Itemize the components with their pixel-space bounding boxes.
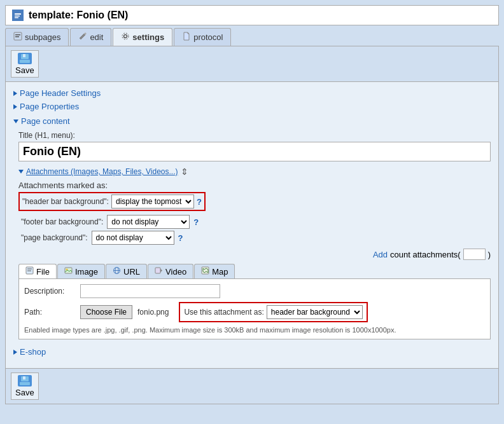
svg-rect-12 — [20, 60, 30, 63]
hint-text: Enabled image types are .jpg, .gif, .png… — [24, 326, 485, 334]
main-content: Save Page Header Settings Page Propertie… — [5, 46, 499, 404]
att-label-footer: "footer bar background": — [21, 217, 103, 226]
eshop-label: E-shop — [20, 347, 46, 357]
triangle-right-icon — [13, 91, 17, 96]
page-wrapper: template: Fonio (EN) subpages edit setti… — [0, 0, 504, 424]
url-tab-icon — [113, 266, 121, 277]
attachment-tabs: File Image URL — [18, 264, 491, 279]
att-tab-url-label: URL — [123, 267, 140, 277]
att-tab-image[interactable]: Image — [57, 264, 105, 278]
choose-file-button[interactable]: Choose File — [80, 305, 132, 319]
att-tab-file-label: File — [36, 267, 50, 277]
help-icon-footer[interactable]: ? — [193, 217, 199, 227]
tab-settings[interactable]: settings — [113, 28, 172, 46]
page-content-label: Page content — [21, 116, 70, 126]
use-as-label: Use this attachment as: — [184, 308, 263, 317]
section-page-properties[interactable]: Page Properties — [13, 100, 491, 113]
footer-bg-select[interactable]: do not display display the topmost displ… — [107, 215, 190, 229]
att-tab-map-label: Map — [212, 267, 228, 277]
svg-marker-22 — [160, 269, 162, 273]
help-icon-header[interactable]: ? — [197, 197, 202, 207]
edit-icon — [78, 32, 87, 43]
tab-protocol-label: protocol — [193, 32, 223, 42]
tab-edit-label: edit — [90, 32, 103, 42]
svg-rect-6 — [15, 36, 19, 38]
svg-rect-2 — [15, 16, 20, 17]
section-page-content: Page content Title (H1, menu): Attachmen… — [13, 115, 491, 339]
triangle-down-icon — [13, 120, 18, 123]
add-link[interactable]: Add — [373, 250, 388, 259]
svg-rect-27 — [20, 382, 30, 385]
svg-rect-21 — [155, 268, 160, 273]
marked-as-label: Attachments marked as: — [18, 181, 108, 190]
tab-edit[interactable]: edit — [70, 28, 111, 46]
attachments-header[interactable]: Attachments (Images, Maps, Files, Videos… — [26, 167, 178, 176]
tabs-bar: subpages edit settings protocol — [5, 28, 499, 46]
add-row: Add count attachments( ) — [18, 249, 491, 260]
attachment-row-footer: "footer bar background": do not display … — [18, 215, 491, 229]
attachment-row-page: "page background": do not display displa… — [18, 231, 491, 245]
att-label-page: "page background": — [21, 233, 88, 242]
section-page-header[interactable]: Page Header Settings — [13, 87, 491, 99]
title-icon — [12, 10, 24, 21]
use-as-select[interactable]: header bar background footer bar backgro… — [267, 305, 363, 319]
page-title: template: Fonio (EN) — [29, 10, 128, 21]
header-bg-select[interactable]: display the topmost do not display displ… — [111, 195, 194, 209]
att-label-header: "header bar background": — [22, 197, 109, 206]
save-label: Save — [15, 65, 34, 75]
att-tab-map[interactable]: Map — [194, 264, 235, 278]
attachments-marked: Attachments marked as: — [18, 181, 491, 190]
svg-rect-1 — [15, 13, 21, 15]
count-input[interactable] — [463, 249, 486, 260]
toolbar: Save — [6, 46, 498, 82]
page-content-header[interactable]: Page content — [13, 115, 491, 127]
description-row: Description: — [24, 284, 485, 298]
bottom-save-button[interactable]: Save — [11, 373, 39, 400]
page-content-body: Title (H1, menu): Attachments (Images, M… — [13, 131, 491, 339]
page-properties-label: Page Properties — [20, 102, 79, 111]
attachment-content: Description: Path: Choose File fonio.png… — [18, 279, 491, 339]
file-name: fonio.png — [137, 308, 169, 317]
content-area: Page Header Settings Page Properties Pag… — [6, 82, 498, 363]
attachments-triangle — [18, 170, 24, 174]
tab-subpages-label: subpages — [25, 32, 60, 42]
triangle-right-icon2 — [13, 104, 17, 109]
use-as-group: Use this attachment as: header bar backg… — [179, 302, 367, 322]
settings-icon — [121, 32, 130, 43]
svg-rect-5 — [15, 34, 20, 36]
subpages-icon — [13, 32, 22, 43]
svg-rect-3 — [15, 17, 18, 18]
title-input[interactable] — [18, 142, 491, 161]
protocol-icon — [182, 32, 191, 43]
eshop-triangle-icon — [13, 350, 17, 355]
att-tab-url[interactable]: URL — [106, 264, 147, 278]
svg-rect-26 — [23, 376, 25, 380]
image-tab-icon — [64, 266, 73, 277]
help-icon-page[interactable]: ? — [178, 233, 183, 243]
description-input[interactable] — [80, 284, 220, 298]
save-button[interactable]: Save — [11, 50, 39, 78]
tab-settings-label: settings — [132, 32, 164, 42]
title-bar: template: Fonio (EN) — [5, 5, 499, 25]
eshop-section: E-shop — [13, 346, 491, 358]
video-tab-icon — [155, 266, 163, 277]
bottom-save-label: Save — [15, 388, 34, 397]
attachment-row-header: "header bar background": display the top… — [18, 192, 206, 211]
att-tab-file[interactable]: File — [18, 264, 57, 278]
bottom-toolbar: Save — [6, 368, 498, 404]
svg-point-8 — [122, 33, 129, 39]
attachments-sort-icon[interactable]: ⇕ — [181, 167, 188, 177]
att-tab-image-label: Image — [75, 267, 98, 277]
tab-protocol[interactable]: protocol — [174, 28, 231, 46]
path-row: Path: Choose File fonio.png Use this att… — [24, 302, 485, 322]
att-tab-video-label: Video — [165, 267, 186, 277]
map-tab-icon — [201, 266, 209, 277]
file-tab-icon — [25, 266, 34, 277]
tab-subpages[interactable]: subpages — [5, 28, 69, 46]
count-label: count attachments( — [390, 250, 461, 259]
page-header-label: Page Header Settings — [20, 88, 101, 98]
eshop-header[interactable]: E-shop — [13, 346, 491, 358]
page-bg-select[interactable]: do not display display the topmost displ… — [92, 231, 174, 245]
svg-rect-11 — [23, 54, 25, 57]
att-tab-video[interactable]: Video — [148, 264, 193, 278]
